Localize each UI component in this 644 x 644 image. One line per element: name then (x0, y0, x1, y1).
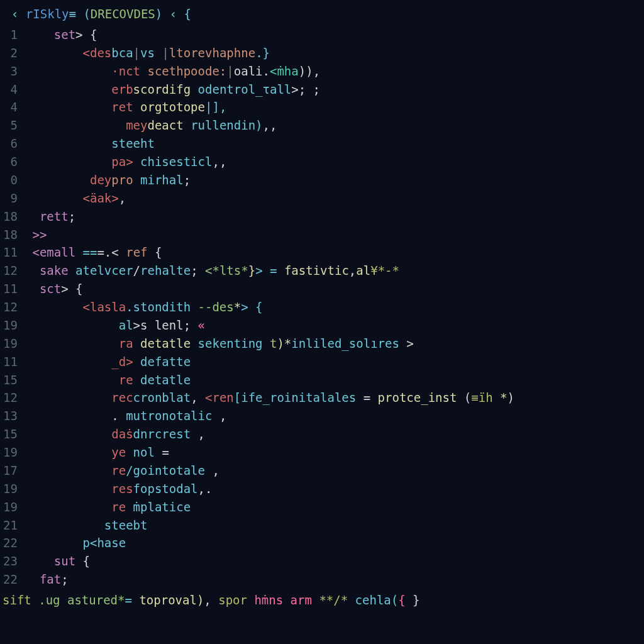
code-header-line: ‹ rISkly≡ (DRECOVDES) ‹ { (0, 5, 644, 23)
code-line[interactable]: 5 meydeact rullendin),, (0, 116, 644, 135)
code-line[interactable]: 22 p<hase (0, 534, 644, 552)
code-token: fopstodal (133, 482, 198, 496)
footer-token: = (125, 593, 139, 607)
line-number: 12 (0, 262, 25, 280)
code-line[interactable]: 12 reccronblat, <ren[ife_roinitalales = … (0, 389, 644, 407)
code-line[interactable]: 6 pa> chisesticl,, (0, 153, 644, 171)
code-token: = (364, 391, 378, 404)
code-content[interactable]: ye nol = (25, 443, 644, 462)
code-token: } (248, 264, 255, 277)
code-content[interactable]: ret orgtotope|], (25, 98, 644, 116)
code-token: . (111, 409, 126, 423)
code-content[interactable]: re detatle (25, 371, 644, 389)
code-token: | (226, 64, 233, 78)
code-content[interactable]: steeht (25, 135, 644, 153)
code-line[interactable]: 9 <äak>, (0, 189, 644, 208)
code-content[interactable]: sake atelvcer/rehalte; <*lts*}> = fastiv… (25, 262, 644, 280)
code-token: vs (140, 46, 162, 60)
code-line[interactable]: 18 rett; (0, 208, 644, 226)
code-content[interactable]: re ṁplatice (25, 498, 644, 516)
code-content[interactable]: _d> defatte (25, 353, 644, 371)
code-content[interactable]: fat; (25, 570, 644, 589)
code-content[interactable]: >> (25, 226, 644, 244)
code-token (25, 518, 104, 532)
code-line[interactable]: 21 steebt (0, 516, 644, 535)
code-line[interactable]: 4 erbscordifg odentrol_τall>; ; (0, 80, 644, 99)
code-line[interactable]: 0 deypro mirhal; (0, 171, 644, 189)
code-token: ; (184, 318, 198, 332)
line-number: 3 (0, 62, 25, 80)
code-token: ; (184, 173, 191, 187)
code-content[interactable]: <emall ===.< ref { (25, 243, 644, 262)
footer-token: **/* (319, 593, 348, 607)
code-line[interactable]: 22 fat; (0, 570, 644, 589)
code-line[interactable]: 13 . mutronotalic , (0, 407, 644, 425)
code-token: al (119, 318, 133, 332)
code-line[interactable]: 11 <emall ===.< ref { (0, 243, 644, 262)
footer-token: spor (218, 593, 254, 607)
header-token: ≡ ( (69, 7, 91, 21)
code-content[interactable]: daṡdnrcrest , (25, 425, 644, 443)
code-content[interactable]: <äak>, (25, 189, 644, 208)
code-token: dey (90, 173, 111, 187)
code-token: , (349, 264, 356, 277)
code-token: sake (40, 264, 75, 277)
code-content[interactable]: resfopstodal,. (25, 480, 644, 498)
line-number: 22 (0, 534, 25, 552)
code-content[interactable]: <desbca|vs |ltorevhaphne.} (25, 44, 644, 62)
code-content[interactable]: <lasla.stondith --des*> { (25, 298, 644, 316)
code-line[interactable]: 19 ra detatle sekenting t)*inliled_solır… (0, 335, 644, 353)
code-token: >> (32, 228, 47, 242)
code-token: > { (241, 300, 262, 314)
code-line[interactable]: 2 <desbca|vs |ltorevhaphne.} (0, 44, 644, 62)
line-number: 19 (0, 316, 25, 335)
code-token: )), (299, 64, 320, 78)
code-content[interactable]: sut { (25, 552, 644, 570)
code-line[interactable]: 11 _d> defatte (0, 353, 644, 371)
code-content[interactable]: erbscordifg odentrol_τall>; ; (25, 80, 644, 99)
code-token: [ife_roinitalales (234, 391, 364, 404)
code-line[interactable]: 23 sut { (0, 552, 644, 570)
code-line[interactable]: 12 <lasla.stondith --des*> { (0, 298, 644, 316)
footer-token: } (406, 593, 420, 607)
code-token: > = (255, 264, 284, 277)
code-content[interactable]: . mutronotalic , (25, 407, 644, 425)
code-line[interactable]: 1 set> { (0, 26, 644, 44)
code-content[interactable]: deypro mirhal; (25, 171, 644, 189)
code-line[interactable]: 19 resfopstodal,. (0, 480, 644, 498)
code-token: cronblat (133, 391, 191, 404)
code-line[interactable]: 19 ye nol = (0, 443, 644, 462)
code-content[interactable]: set> { (25, 26, 644, 44)
code-content[interactable]: reccronblat, <ren[ife_roinitalales = pro… (25, 389, 644, 407)
code-line[interactable]: 11 sct> { (0, 280, 644, 298)
code-line[interactable]: 19 al>s lenl; « (0, 316, 644, 335)
code-line[interactable]: 18 >> (0, 226, 644, 244)
code-token: { (155, 245, 162, 259)
code-content[interactable]: re/gointotale , (25, 462, 644, 480)
code-content[interactable]: steebt (25, 516, 644, 535)
code-line[interactable]: 12 sake atelvcer/rehalte; <*lts*}> = fas… (0, 262, 644, 280)
code-content[interactable]: pa> chisesticl,, (25, 153, 644, 171)
line-number: 5 (0, 116, 25, 135)
code-content[interactable]: ·nct scethpoode:|oali.<ṁha)), (25, 62, 644, 80)
code-content[interactable]: rett; (25, 208, 644, 226)
code-token: pa> (111, 155, 140, 169)
code-line[interactable]: 15 re detatle (0, 371, 644, 389)
code-editor-body[interactable]: 1 set> {2 <desbca|vs |ltorevhaphne.}3 ·n… (0, 26, 644, 589)
code-content[interactable]: meydeact rullendin),, (25, 116, 644, 135)
code-line[interactable]: 15 daṡdnrcrest , (0, 425, 644, 443)
code-line[interactable]: 19 re ṁplatice (0, 498, 644, 516)
code-token: ,. (198, 482, 213, 496)
code-line[interactable]: 3 ·nct scethpoode:|oali.<ṁha)), (0, 62, 644, 80)
code-token: rett (40, 209, 69, 223)
code-line[interactable]: 17 re/gointotale , (0, 462, 644, 480)
code-token (25, 554, 54, 568)
code-line[interactable]: 6 steeht (0, 135, 644, 153)
code-content[interactable]: sct> { (25, 280, 644, 298)
code-content[interactable]: al>s lenl; « (25, 316, 644, 335)
code-content[interactable]: p<hase (25, 534, 644, 552)
code-token: ¥*-* (370, 264, 399, 277)
code-line[interactable]: 4 ret orgtotope|], (0, 98, 644, 116)
code-content[interactable]: ra detatle sekenting t)*inliled_solıres … (25, 335, 644, 353)
line-number: 15 (0, 425, 25, 443)
